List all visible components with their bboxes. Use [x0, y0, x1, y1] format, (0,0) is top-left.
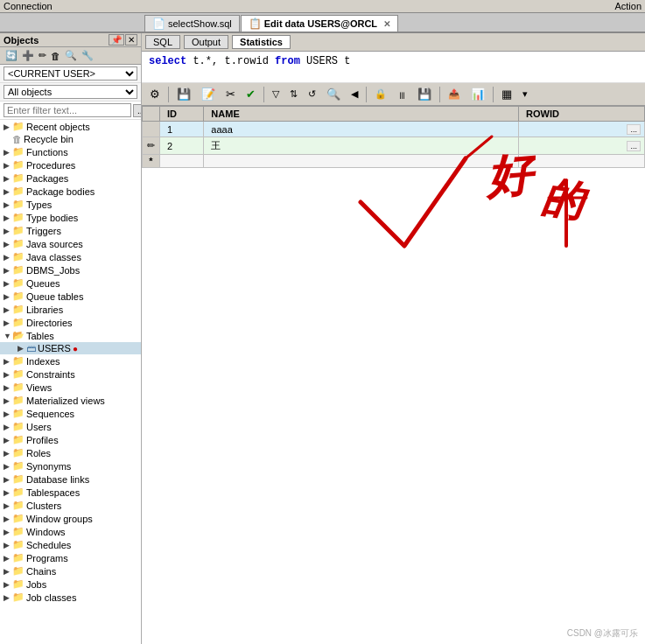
arrow-icon: ▶ [4, 148, 12, 157]
sidebar-item-chains[interactable]: ▶ 📁 Chains [0, 564, 141, 578]
sidebar-item-procedures[interactable]: ▶ 📁 Procedures [0, 158, 141, 172]
sidebar-item-schedules[interactable]: ▶ 📁 Schedules [0, 538, 141, 551]
toolbar-filter-button[interactable]: ▽ [268, 86, 284, 102]
col-header-name[interactable]: NAME [204, 107, 519, 122]
tab-close-button[interactable]: ✕ [383, 19, 390, 29]
toolbar-chart-button[interactable]: 📊 [466, 85, 489, 103]
sidebar-item-functions[interactable]: ▶ 📁 Functions [0, 145, 141, 158]
sql-content-2: USERS t [306, 55, 350, 67]
sidebar-item-synonyms[interactable]: ▶ 📁 Synonyms [0, 459, 141, 472]
sidebar-item-profiles[interactable]: ▶ 📁 Profiles [0, 433, 141, 446]
folder-open-icon: 📂 [12, 330, 25, 341]
toolbar-dropdown-button[interactable]: ▾ [518, 86, 532, 102]
sidebar-item-tables[interactable]: ▼ 📂 Tables [0, 329, 141, 342]
sidebar-item-package-bodies[interactable]: ▶ 📁 Package bodies [0, 185, 141, 198]
sidebar-item-recycle-bin[interactable]: 🗑 Recycle bin [0, 133, 141, 145]
sidebar-item-java-classes[interactable]: ▶ 📁 Java classes [0, 250, 141, 263]
folder-icon: 📁 [12, 526, 25, 537]
cell-rowid-new[interactable] [519, 155, 645, 168]
current-user-dropdown[interactable]: <CURRENT USER> [0, 65, 141, 83]
toolbar-lock-button[interactable]: 🔒 [370, 86, 391, 102]
cell-name[interactable]: aaaa [204, 122, 519, 137]
toolbar-export-button[interactable]: 📤 [444, 86, 465, 102]
sidebar-item-clusters[interactable]: ▶ 📁 Clusters [0, 499, 141, 512]
sidebar-filter-button[interactable]: 🔧 [80, 48, 95, 63]
filter-input[interactable] [4, 103, 131, 117]
cell-rowid[interactable]: ... [519, 137, 645, 155]
sidebar-item-triggers[interactable]: ▶ 📁 Triggers [0, 224, 141, 237]
sidebar-item-type-bodies[interactable]: ▶ 📁 Type bodies [0, 211, 141, 224]
sidebar-item-materialized-views[interactable]: ▶ 📁 Materialized views [0, 394, 141, 407]
sidebar-add-button[interactable]: ➕ [20, 48, 36, 63]
sidebar-refresh-button[interactable]: 🔄 [4, 48, 19, 63]
tab-sql[interactable]: SQL [145, 35, 180, 49]
sidebar-item-label: Triggers [26, 226, 61, 236]
folder-icon: 📁 [12, 146, 25, 158]
tab-statistics[interactable]: Statistics [232, 35, 291, 49]
sidebar-item-queues[interactable]: ▶ 📁 Queues [0, 276, 141, 290]
objects-type-select[interactable]: All objects [4, 85, 137, 99]
sidebar-item-java-sources[interactable]: ▶ 📁 Java sources [0, 237, 141, 250]
toolbar-delete-row-button[interactable]: ✂ [221, 85, 240, 103]
sidebar-item-jobs[interactable]: ▶ 📁 Jobs [0, 578, 141, 591]
toolbar-save2-button[interactable]: 💾 [413, 85, 436, 103]
sidebar-item-window-groups[interactable]: ▶ 📁 Window groups [0, 512, 141, 525]
sidebar-item-roles[interactable]: ▶ 📁 Roles [0, 446, 141, 459]
sidebar-close-button[interactable]: ✕ [125, 34, 137, 46]
cell-id[interactable]: 1 [160, 122, 204, 137]
sidebar: Objects 📌 ✕ 🔄 ➕ ✏ 🗑 🔍 🔧 <CURRENT USER> [0, 33, 142, 644]
ellipsis-button[interactable]: ... [627, 124, 641, 135]
sidebar-item-dbms-jobs[interactable]: ▶ 📁 DBMS_Jobs [0, 263, 141, 276]
toolbar-back-button[interactable]: ◀ [347, 86, 362, 102]
toolbar-sort-button[interactable]: ⇅ [285, 86, 302, 102]
sidebar-item-indexes[interactable]: ▶ 📁 Indexes [0, 354, 141, 368]
sidebar-pin-button[interactable]: 📌 [109, 34, 124, 46]
cell-name[interactable]: 王 [204, 137, 519, 155]
sidebar-item-job-classes[interactable]: ▶ 📁 Job classes [0, 591, 141, 604]
sidebar-item-sequences[interactable]: ▶ 📁 Sequences [0, 407, 141, 420]
sidebar-item-recent-objects[interactable]: ▶ 📁 Recent objects [0, 120, 141, 133]
sidebar-delete-button[interactable]: 🗑 [49, 48, 62, 63]
sidebar-search-button[interactable]: 🔍 [63, 48, 79, 63]
toolbar-columns-button[interactable]: ⫼ [393, 87, 411, 102]
sidebar-item-constraints[interactable]: ▶ 📁 Constraints [0, 368, 141, 381]
cell-name-new[interactable] [204, 155, 519, 168]
toolbar-add-row-button[interactable]: 📝 [197, 85, 220, 103]
all-objects-dropdown[interactable]: All objects [0, 83, 141, 102]
sidebar-item-programs[interactable]: ▶ 📁 Programs [0, 551, 141, 564]
sidebar-item-tablespaces[interactable]: ▶ 📁 Tablespaces [0, 486, 141, 499]
cell-id-new[interactable] [160, 155, 204, 168]
user-select[interactable]: <CURRENT USER> [4, 66, 137, 80]
ellipsis-button[interactable]: ... [627, 141, 641, 151]
row-new-marker: * [143, 155, 160, 168]
col-header-id[interactable]: ID [160, 107, 204, 122]
toolbar-search-button[interactable]: 🔍 [322, 85, 345, 103]
sidebar-item-queue-tables[interactable]: ▶ 📁 Queue tables [0, 290, 141, 303]
cell-rowid[interactable]: ... [519, 122, 645, 137]
toolbar-settings-button[interactable]: ⚙ [145, 85, 165, 103]
sidebar-item-views[interactable]: ▶ 📁 Views [0, 381, 141, 394]
col-header-rowid[interactable]: ROWID [519, 107, 645, 122]
folder-icon: 📁 [12, 225, 25, 236]
toolbar-grid-button[interactable]: ▦ [497, 85, 516, 103]
sidebar-item-windows[interactable]: ▶ 📁 Windows [0, 525, 141, 538]
sidebar-item-libraries[interactable]: ▶ 📁 Libraries [0, 303, 141, 316]
cell-id[interactable]: 2 [160, 137, 204, 155]
data-table-container: ID NAME ROWID [142, 106, 645, 644]
arrow-icon: ▶ [4, 357, 12, 366]
toolbar-commit-button[interactable]: ✔ [242, 85, 260, 103]
tab-selectshow[interactable]: 📄 selectShow.sql [144, 15, 240, 32]
sidebar-item-users-table[interactable]: ▶ 🗃 USERS ● [0, 342, 141, 354]
toolbar-save-button[interactable]: 💾 [172, 85, 195, 103]
tab-output[interactable]: Output [184, 35, 228, 49]
sidebar-item-packages[interactable]: ▶ 📁 Packages [0, 172, 141, 185]
sidebar-item-database-links[interactable]: ▶ 📁 Database links [0, 472, 141, 486]
filter-options-button[interactable]: ... [133, 104, 142, 117]
sidebar-edit-button[interactable]: ✏ [37, 48, 48, 63]
sidebar-item-users[interactable]: ▶ 📁 Users [0, 420, 141, 433]
toolbar-refresh-button[interactable]: ↺ [304, 86, 320, 102]
sidebar-item-types[interactable]: ▶ 📁 Types [0, 198, 141, 211]
tab-editdata[interactable]: 📋 Edit data USERS@ORCL ✕ [241, 15, 398, 32]
sidebar-item-label: Indexes [26, 356, 60, 367]
sidebar-item-directories[interactable]: ▶ 📁 Directories [0, 316, 141, 329]
